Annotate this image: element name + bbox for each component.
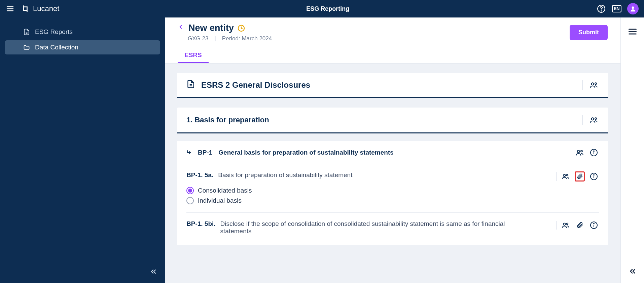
document-icon xyxy=(23,28,30,36)
folder-icon xyxy=(23,44,30,51)
assignees-button[interactable] xyxy=(575,148,585,158)
radio-label: Consolidated basis xyxy=(198,187,252,194)
section-title: ESRS 2 General Disclosures xyxy=(201,80,310,90)
brand-text: Lucanet xyxy=(33,4,59,13)
brand-mark-icon xyxy=(21,4,30,13)
subsection-card: 1. Basis for preparation xyxy=(177,108,608,133)
sidebar-item-label: ESG Reports xyxy=(35,28,73,36)
disclosure-title: General basis for preparation of sustain… xyxy=(218,149,394,156)
content-scroll[interactable]: ESRS 2 General Disclosures 1. Basis for … xyxy=(165,64,620,283)
sidebar-collapse-button[interactable] xyxy=(149,268,157,277)
svg-point-21 xyxy=(567,174,568,176)
separator xyxy=(556,221,557,230)
language-button[interactable]: EN xyxy=(612,4,622,14)
separator xyxy=(582,80,583,90)
info-button[interactable] xyxy=(589,171,599,181)
question-code: BP-1. 5a. xyxy=(186,171,213,179)
attachment-button[interactable] xyxy=(575,220,585,230)
info-button[interactable] xyxy=(589,148,599,158)
period-label: Period: March 2024 xyxy=(222,35,272,42)
user-icon xyxy=(630,5,636,12)
svg-point-11 xyxy=(592,83,594,85)
question-text: Disclose if the scope of consolidation o… xyxy=(220,220,510,235)
svg-point-15 xyxy=(577,150,580,153)
app-title: ESG Reporting xyxy=(59,5,596,12)
main-header: New entity GXG 23 | Period: March 2024 S… xyxy=(165,17,620,64)
radio-icon xyxy=(186,187,194,194)
attachment-button[interactable] xyxy=(575,171,585,181)
right-rail xyxy=(620,17,644,283)
document-icon xyxy=(186,80,195,90)
assignees-button[interactable] xyxy=(589,115,599,125)
radio-option-consolidated[interactable]: Consolidated basis xyxy=(186,187,599,194)
question-item: BP-1. 5bi. Disclose if the scope of cons… xyxy=(186,213,599,243)
svg-point-5 xyxy=(632,6,634,9)
page-title: New entity xyxy=(188,23,234,33)
svg-point-24 xyxy=(594,175,594,175)
help-button[interactable] xyxy=(596,4,606,14)
sidebar: ESG Reports Data Collection xyxy=(0,17,165,283)
separator xyxy=(582,115,583,125)
indent-arrow-icon xyxy=(186,149,193,156)
right-rail-collapse-button[interactable] xyxy=(628,267,637,277)
pending-status-icon xyxy=(237,24,245,32)
right-panel-menu-button[interactable] xyxy=(627,26,639,38)
brand-logo: Lucanet xyxy=(21,4,59,13)
radio-option-individual[interactable]: Individual basis xyxy=(186,197,599,204)
question-code: BP-1. 5bi. xyxy=(186,220,216,228)
tab-esrs[interactable]: ESRS xyxy=(178,48,209,63)
disclosure-block: BP-1 General basis for preparation of su… xyxy=(177,141,608,245)
svg-point-20 xyxy=(563,174,565,176)
topbar: Lucanet ESG Reporting EN xyxy=(0,0,644,17)
svg-point-16 xyxy=(581,150,582,152)
svg-point-25 xyxy=(563,223,565,225)
separator xyxy=(556,172,557,181)
radio-group: Consolidated basis Individual basis xyxy=(186,187,599,204)
svg-point-13 xyxy=(592,118,594,120)
menu-toggle-button[interactable] xyxy=(5,4,15,13)
radio-icon xyxy=(186,197,194,204)
svg-point-19 xyxy=(594,151,594,152)
separator: | xyxy=(214,35,216,42)
disclosure-code: BP-1 xyxy=(198,149,212,156)
sidebar-item-data-collection[interactable]: Data Collection xyxy=(5,40,160,54)
info-button[interactable] xyxy=(589,220,599,230)
radio-label: Individual basis xyxy=(198,197,242,204)
back-button[interactable] xyxy=(178,23,184,33)
assignees-button[interactable] xyxy=(561,220,571,230)
question-text: Basis for preparation of sustainability … xyxy=(218,171,352,179)
main-area: New entity GXG 23 | Period: March 2024 S… xyxy=(165,17,620,283)
subsection-title: 1. Basis for preparation xyxy=(186,116,269,124)
user-avatar-button[interactable] xyxy=(627,3,639,14)
sidebar-item-label: Data Collection xyxy=(35,44,78,51)
svg-point-4 xyxy=(601,11,602,11)
svg-point-12 xyxy=(595,83,597,84)
svg-point-29 xyxy=(594,224,594,224)
language-code: EN xyxy=(612,5,622,12)
assignees-button[interactable] xyxy=(561,171,571,181)
entity-code: GXG 23 xyxy=(188,35,208,42)
svg-point-14 xyxy=(595,118,597,119)
assignees-button[interactable] xyxy=(589,80,599,90)
submit-button[interactable]: Submit xyxy=(570,25,608,40)
question-item: BP-1. 5a. Basis for preparation of susta… xyxy=(186,164,599,213)
sidebar-item-esg-reports[interactable]: ESG Reports xyxy=(5,25,160,39)
section-card: ESRS 2 General Disclosures xyxy=(177,73,608,98)
svg-point-26 xyxy=(567,223,568,225)
